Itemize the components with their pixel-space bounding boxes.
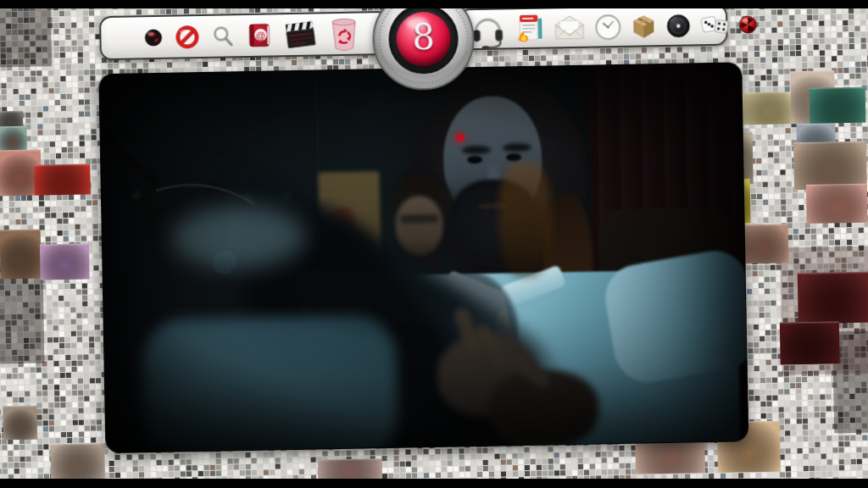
clock-icon[interactable] [594,13,622,41]
eightball: 8 [396,12,451,67]
dice-icon[interactable] [699,13,730,38]
trash-icon[interactable] [329,15,359,53]
search-icon[interactable] [211,25,234,47]
tilted-stage: @ [0,0,868,488]
screen-frame: @ [0,0,868,488]
red-orb-icon[interactable] [737,14,758,34]
letterbox-top [0,0,868,8]
svg-text:@: @ [256,30,265,40]
dark-globe-icon[interactable] [143,27,163,47]
toolbar-right [458,4,728,51]
clapperboard-icon[interactable] [284,19,317,50]
address-book-icon[interactable]: @ [247,22,272,49]
video-window[interactable] [98,62,748,453]
block-icon[interactable] [175,25,198,48]
eightball-number: 8 [412,19,435,55]
vignette-overlay [99,63,748,452]
package-icon[interactable] [630,13,658,40]
mail-icon[interactable] [553,14,587,42]
toolbar-left: @ [99,11,390,60]
record-icon[interactable] [665,13,692,39]
letterbox-bottom [0,479,868,488]
eightball-well [388,3,459,74]
news-feed-icon[interactable] [515,13,545,45]
